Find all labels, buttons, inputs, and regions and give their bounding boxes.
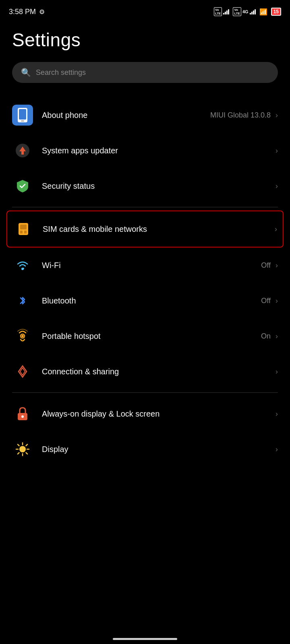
settings-item-wifi[interactable]: Wi-Fi Off › (12, 248, 278, 283)
settings-item-always-on[interactable]: Always-on display & Lock screen › (12, 396, 278, 431)
bluetooth-label: Bluetooth (42, 296, 76, 305)
hotspot-value: On (261, 332, 271, 341)
about-phone-icon (12, 105, 33, 126)
settings-item-display[interactable]: Display › (12, 431, 278, 467)
hotspot-text: Portable hotspot (42, 332, 261, 341)
bottom-indicator (113, 638, 177, 640)
sim-svg (17, 222, 30, 236)
wifi-right: Off › (261, 261, 278, 270)
bluetooth-right: Off › (261, 297, 278, 305)
bluetooth-text: Bluetooth (42, 296, 261, 305)
search-bar[interactable]: 🔍 Search settings (12, 62, 278, 83)
bluetooth-value: Off (261, 297, 271, 305)
bluetooth-icon-wrap (12, 290, 33, 311)
signal-bars-2 (250, 9, 256, 14)
connection-icon-wrap (12, 361, 33, 382)
display-label: Display (42, 445, 68, 454)
system-apps-chevron: › (276, 147, 278, 155)
svg-point-11 (21, 335, 24, 337)
svg-line-23 (26, 444, 28, 446)
sim-cards-chevron: › (275, 225, 277, 233)
connection-right: › (276, 367, 278, 376)
bar (225, 12, 226, 14)
settings-section-1: About phone MIUI Global 13.0.8 › System … (12, 97, 278, 204)
bluetooth-svg (16, 294, 29, 308)
svg-line-24 (18, 453, 19, 454)
wifi-text: Wi-Fi (42, 261, 261, 270)
hotspot-svg (15, 329, 30, 343)
wifi-icon-wrap (12, 255, 33, 276)
display-chevron: › (276, 445, 278, 454)
wifi-value: Off (261, 261, 271, 270)
signal-group-1: VoLTE (214, 7, 230, 16)
status-bar-right: VoLTE VoLTE 4G 📶 15 (214, 7, 281, 16)
security-status-label: Security status (42, 182, 95, 190)
settings-section-2: SIM cards & mobile networks › Wi-Fi Off (12, 211, 278, 389)
bar (250, 13, 251, 14)
about-phone-right: MIUI Global 13.0.8 › (210, 111, 278, 120)
sim-cards-label: SIM cards & mobile networks (43, 225, 147, 233)
about-phone-chevron: › (276, 111, 278, 120)
security-status-chevron: › (276, 182, 278, 190)
battery: 15 (271, 8, 281, 16)
svg-point-15 (21, 415, 24, 418)
lock-svg (16, 407, 29, 421)
system-apps-text: System apps updater (42, 146, 276, 155)
battery-level: 15 (273, 9, 279, 14)
system-apps-right: › (276, 147, 278, 155)
main-content: Settings 🔍 Search settings About phone M… (0, 21, 290, 487)
svg-rect-8 (24, 231, 27, 233)
connection-chevron: › (276, 367, 278, 376)
settings-item-about-phone[interactable]: About phone MIUI Global 13.0.8 › (12, 97, 278, 133)
settings-item-bluetooth[interactable]: Bluetooth Off › (12, 283, 278, 318)
volte-label-1: VoLTE (214, 7, 222, 16)
gear-icon: ⚙ (39, 8, 45, 16)
about-phone-label: About phone (42, 111, 87, 120)
signal-bars-1 (223, 9, 229, 14)
svg-rect-1 (19, 109, 26, 120)
svg-line-21 (18, 444, 19, 446)
security-status-right: › (276, 182, 278, 190)
4g-label: 4G (242, 9, 249, 14)
display-svg (15, 442, 30, 456)
phone-svg (17, 108, 28, 122)
svg-line-22 (26, 453, 28, 454)
status-time: 3:58 PM (9, 8, 36, 16)
divider-1 (12, 207, 278, 207)
svg-point-9 (21, 268, 24, 270)
bar (223, 13, 224, 14)
bluetooth-chevron: › (276, 297, 278, 305)
search-placeholder: Search settings (36, 68, 86, 77)
status-bar-left: 3:58 PM ⚙ (9, 8, 45, 16)
always-on-icon-wrap (12, 403, 33, 424)
connection-svg (15, 364, 30, 379)
volte-label-2: VoLTE (233, 7, 241, 16)
settings-item-security-status[interactable]: Security status › (12, 168, 278, 204)
bar (253, 10, 254, 14)
security-status-text: Security status (42, 182, 276, 191)
wifi-svg (15, 258, 30, 272)
hotspot-chevron: › (276, 332, 278, 341)
signal-group-2: VoLTE 4G (233, 7, 255, 16)
wifi-chevron: › (276, 261, 278, 270)
bar (255, 9, 256, 14)
settings-item-connection[interactable]: Connection & sharing › (12, 354, 278, 389)
system-apps-icon (12, 140, 33, 161)
settings-item-sim-cards[interactable]: SIM cards & mobile networks › (6, 211, 284, 248)
sim-cards-icon (13, 219, 34, 239)
search-icon: 🔍 (21, 68, 31, 77)
display-text: Display (42, 445, 276, 454)
connection-label: Connection & sharing (42, 367, 119, 376)
about-phone-value: MIUI Global 13.0.8 (210, 111, 271, 120)
connection-text: Connection & sharing (42, 367, 276, 376)
svg-point-16 (19, 446, 26, 452)
settings-section-3: Always-on display & Lock screen › (12, 396, 278, 467)
hotspot-right: On › (261, 332, 278, 341)
security-status-icon (12, 175, 33, 196)
hotspot-label: Portable hotspot (42, 332, 101, 341)
settings-item-hotspot[interactable]: Portable hotspot On › (12, 318, 278, 354)
display-icon-wrap (12, 439, 33, 460)
settings-item-system-apps[interactable]: System apps updater › (12, 133, 278, 168)
hotspot-icon-wrap (12, 326, 33, 347)
bar (228, 9, 229, 14)
